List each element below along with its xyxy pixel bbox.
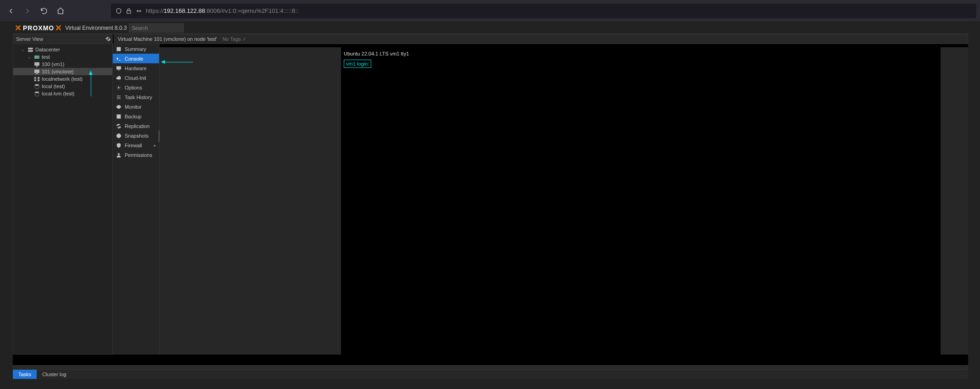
svg-point-2 [140, 10, 141, 11]
forward-button[interactable] [20, 4, 35, 18]
reload-button[interactable] [37, 4, 51, 18]
home-button[interactable] [53, 4, 68, 18]
lock-icon [126, 8, 132, 14]
back-button[interactable] [4, 4, 18, 18]
url-text: https://192.168.122.88:8006/#v1:0:=qemu%… [146, 7, 298, 14]
shield-icon [116, 8, 122, 14]
url-bar[interactable]: https://192.168.122.88:8006/#v1:0:=qemu%… [111, 4, 976, 18]
permissions-icon [136, 8, 142, 14]
browser-toolbar: https://192.168.122.88:8006/#v1:0:=qemu%… [0, 0, 980, 22]
svg-point-1 [137, 10, 138, 11]
svg-rect-0 [127, 11, 131, 13]
